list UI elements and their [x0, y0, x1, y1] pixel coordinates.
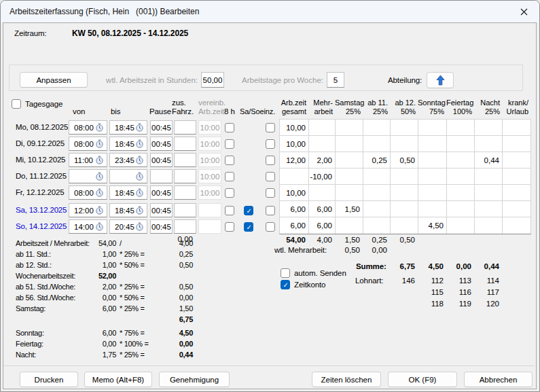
arbeitstage-value: 5: [334, 76, 338, 84]
grid-cell: [309, 185, 336, 201]
von-input[interactable]: 11:00: [69, 153, 107, 167]
stopwatch-icon[interactable]: [135, 206, 144, 215]
von-value: 11:00: [74, 156, 93, 164]
bis-input[interactable]: 18:45: [109, 185, 147, 200]
bis-input[interactable]: 18:45: [109, 120, 147, 135]
checkbox-8h[interactable]: [225, 139, 234, 149]
von-input[interactable]: 08:00: [69, 185, 107, 200]
checkbox-8h[interactable]: [225, 156, 234, 165]
grid-header: Sonntag75%: [418, 99, 446, 116]
stopwatch-icon[interactable]: [95, 172, 104, 181]
checkbox-8h[interactable]: [225, 172, 234, 181]
grid-cell: [418, 136, 447, 152]
arbeitstage-field[interactable]: 5: [327, 72, 344, 88]
fahrz-input[interactable]: [174, 185, 196, 200]
stopwatch-icon[interactable]: [95, 139, 104, 148]
stopwatch-icon[interactable]: [135, 188, 144, 197]
stopwatch-icon[interactable]: [135, 222, 144, 231]
fahrz-input[interactable]: [174, 120, 196, 135]
total-mehrarbeit: 4,00: [305, 236, 332, 244]
up-arrow-icon: [436, 75, 445, 86]
bis-input[interactable]: 20:45: [109, 219, 147, 234]
fahrz-input[interactable]: [174, 219, 196, 234]
vereinb-value: 10:00: [200, 189, 220, 197]
stopwatch-icon[interactable]: [135, 156, 144, 164]
von-input[interactable]: 14:00: [69, 219, 107, 234]
checkbox-saso[interactable]: [244, 206, 253, 215]
bis-input[interactable]: 23:45: [109, 153, 147, 167]
pause-input[interactable]: 00:45: [150, 120, 173, 135]
bis-input[interactable]: [109, 169, 147, 183]
lohnart-label: Lohnart:: [355, 277, 383, 285]
vereinb-arbzeit-field: 10:00: [198, 169, 221, 183]
fahrz-input[interactable]: [174, 169, 196, 183]
checkbox-einz[interactable]: [266, 123, 275, 132]
pause-input[interactable]: 00:45: [150, 219, 173, 234]
bis-input[interactable]: 18:45: [109, 137, 147, 151]
fahrz-input[interactable]: [174, 137, 196, 151]
checkbox-einz[interactable]: [266, 188, 275, 198]
grid-header: Feiertag100%: [446, 99, 474, 116]
tagesgage-checkbox[interactable]: [12, 99, 21, 109]
checkbox-einz[interactable]: [266, 139, 275, 149]
checkbox-einz[interactable]: [266, 206, 275, 215]
stopwatch-icon[interactable]: [95, 123, 104, 132]
stopwatch-icon[interactable]: [135, 123, 144, 132]
genehmigung-button[interactable]: Genehmigung: [159, 372, 230, 387]
von-input[interactable]: 08:00: [69, 137, 107, 151]
stopwatch-icon[interactable]: [135, 172, 144, 181]
pause-input[interactable]: 00:45: [150, 137, 173, 151]
pause-value: 00:45: [151, 140, 171, 148]
abbrechen-button[interactable]: Abbrechen: [464, 372, 533, 387]
von-input[interactable]: 12:00: [69, 203, 107, 217]
lohnart-value: 113: [444, 277, 471, 285]
grid-header: Nacht25%: [474, 99, 502, 116]
stopwatch-icon[interactable]: [95, 206, 104, 215]
day-label: Do, 11.12.2025: [16, 172, 67, 180]
abteilung-button[interactable]: [427, 72, 454, 88]
checkbox-saso[interactable]: [244, 222, 253, 232]
pause-input[interactable]: [150, 169, 173, 183]
memo-button[interactable]: Memo (Alt+F8): [84, 372, 152, 387]
stopwatch-icon[interactable]: [95, 156, 104, 164]
day-label: Mo, 08.12.2025: [16, 123, 68, 131]
checkbox-8h[interactable]: [225, 222, 234, 232]
grid-cell: [391, 217, 418, 234]
close-button[interactable]: [508, 1, 539, 22]
summary-row: ab 51. Std./Woche:2,00* 25% =0,50: [16, 283, 196, 293]
grid-cell: -10,00: [309, 168, 336, 185]
bis-input[interactable]: 18:45: [109, 203, 147, 217]
von-input[interactable]: [69, 169, 107, 183]
stopwatch-icon[interactable]: [95, 188, 104, 197]
checkbox-8h[interactable]: [225, 188, 234, 198]
pause-value: 00:45: [151, 207, 171, 215]
pause-input[interactable]: 00:45: [150, 185, 173, 200]
pause-input[interactable]: 00:45: [150, 203, 173, 217]
grid-cell: [309, 120, 336, 136]
lohnart-value: 146: [388, 277, 415, 285]
checkbox-einz[interactable]: [266, 172, 275, 181]
checkbox-einz[interactable]: [266, 222, 275, 232]
autom-senden-checkbox[interactable]: [281, 268, 290, 278]
drucken-button[interactable]: Drucken: [20, 372, 78, 387]
von-input[interactable]: 08:00: [69, 120, 107, 135]
grid-header: ab 12.50%: [390, 99, 418, 116]
grid-cell: [475, 201, 503, 217]
fahrz-input[interactable]: [174, 153, 196, 167]
checkbox-8h[interactable]: [225, 206, 234, 215]
fahrz-input[interactable]: [174, 203, 196, 217]
grid-cell: 6,00: [309, 217, 336, 234]
zeitkonto-checkbox[interactable]: [281, 280, 290, 289]
pause-input[interactable]: 00:45: [150, 153, 173, 167]
stopwatch-icon[interactable]: [95, 222, 104, 231]
stopwatch-icon[interactable]: [135, 139, 144, 148]
zeiten-loeschen-button[interactable]: Zeiten löschen: [312, 372, 381, 387]
grid-cell: [336, 152, 363, 168]
checkbox-8h[interactable]: [225, 123, 234, 132]
wtl-arbeitszeit-field[interactable]: 50,00: [201, 72, 224, 88]
grid-cell: [336, 185, 363, 201]
ok-button[interactable]: OK (F9): [388, 372, 457, 387]
anpassen-button[interactable]: Anpassen: [20, 72, 88, 88]
checkbox-einz[interactable]: [266, 156, 275, 165]
pause-value: 00:45: [151, 124, 171, 132]
